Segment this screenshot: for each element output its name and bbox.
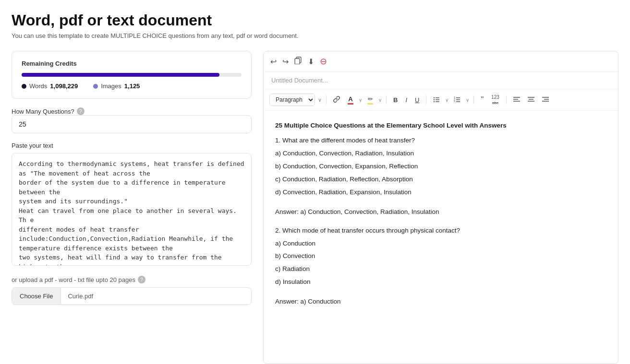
align-right-button[interactable] (540, 95, 551, 105)
svg-point-6 (434, 101, 435, 102)
ordered-list-button[interactable]: 1.2.3. (451, 94, 463, 106)
words-dot (22, 84, 26, 89)
font-color-button[interactable]: A (345, 94, 356, 106)
redo-icon[interactable]: ↪ (282, 57, 289, 66)
svg-point-4 (434, 99, 435, 100)
question-2-opt-d: d) Insulation (275, 277, 606, 288)
page-title: Word, pdf or text document (12, 12, 618, 29)
upload-label: or upload a pdf - word - txt file upto 2… (12, 276, 252, 283)
format-divider-2 (386, 95, 387, 104)
paste-text-section: Paste your text According to thermodynam… (12, 142, 252, 267)
undo-icon[interactable]: ↩ (270, 57, 277, 66)
questions-help-icon[interactable]: ? (77, 107, 85, 115)
content-title: 25 Multiple Choice Questions at the Elem… (275, 120, 606, 131)
upload-help-icon[interactable]: ? (138, 276, 145, 283)
credits-stats: Words 1,098,229 Images 1,125 (22, 82, 242, 90)
credits-title: Remaining Credits (22, 60, 242, 67)
images-label: Images (101, 82, 121, 90)
question-2-opt-b: b) Convection (275, 251, 606, 262)
align-center-button[interactable] (525, 95, 537, 105)
questions-count-input[interactable] (12, 115, 252, 133)
file-upload-row: Choose File Curie.pdf (12, 287, 252, 305)
question-2-opt-c: c) Radiation (275, 264, 606, 275)
quote-button[interactable]: " (478, 94, 486, 106)
format-divider-3 (426, 95, 426, 104)
questions-label: How Many Questions? ? (12, 107, 252, 115)
file-name-display: Curie.pdf (61, 288, 100, 305)
words-credit: Words 1,098,229 (22, 82, 78, 90)
underline-button[interactable]: U (412, 95, 422, 105)
question-1-answer: Answer: a) Conduction, Convection, Radia… (275, 207, 606, 218)
bold-button[interactable]: B (391, 95, 400, 105)
paste-textarea[interactable]: According to thermodynamic systems, heat… (12, 153, 252, 266)
question-block-2: 2. Which mode of heat transfer occurs th… (275, 225, 606, 288)
question-1-opt-d: d) Convection, Radiation, Expansion, Ins… (275, 187, 606, 198)
svg-point-2 (434, 97, 435, 98)
svg-rect-1 (295, 59, 300, 64)
download-icon[interactable]: ⬇ (308, 57, 314, 66)
question-1-opt-a: a) Conduction, Convection, Radiation, In… (275, 148, 606, 159)
question-1-opt-c: c) Conduction, Radiation, Reflection, Ab… (275, 174, 606, 185)
question-2-answer: Answer: a) Conduction (275, 296, 606, 307)
question-1-opt-b: b) Conduction, Convection, Expansion, Re… (275, 161, 606, 172)
questions-count-section: How Many Questions? ? (12, 107, 252, 133)
svg-text:3.: 3. (454, 100, 456, 103)
format-divider-4 (473, 95, 474, 104)
question-2-text: 2. Which mode of heat transfer occurs th… (275, 225, 606, 236)
link-button[interactable] (331, 94, 342, 106)
question-block-1: 1. What are the different modes of heat … (275, 135, 606, 198)
editor-panel: ↩ ↪ ⬇ ⊖ Untitled Document... Paragraph (263, 51, 618, 364)
left-panel: Remaining Credits Words 1,098,229 Images… (12, 51, 252, 364)
word-count-button[interactable]: 123abc (489, 93, 502, 106)
italic-button[interactable]: I (403, 95, 410, 105)
question-2-opt-a: a) Conduction (275, 238, 606, 249)
paste-label: Paste your text (12, 142, 252, 149)
align-left-button[interactable] (511, 95, 522, 105)
question-1-text: 1. What are the different modes of heat … (275, 135, 606, 146)
credits-progress-bar (22, 73, 242, 77)
format-divider-5 (506, 95, 507, 104)
upload-section: or upload a pdf - word - txt file upto 2… (12, 276, 252, 305)
editor-format-bar: Paragraph ∨ A ∨ ✏ ∨ (264, 89, 618, 111)
credits-card: Remaining Credits Words 1,098,229 Images… (12, 51, 252, 99)
images-value: 1,125 (124, 82, 140, 90)
choose-file-button[interactable]: Choose File (12, 288, 61, 305)
images-credit: Images 1,125 (93, 82, 140, 90)
unordered-list-button[interactable] (431, 94, 442, 106)
doc-title-bar[interactable]: Untitled Document... (264, 72, 618, 89)
editor-toolbar-top: ↩ ↪ ⬇ ⊖ (264, 51, 618, 72)
copy-icon[interactable] (294, 57, 302, 66)
highlight-button[interactable]: ✏ (365, 94, 376, 106)
format-divider-1 (326, 95, 327, 104)
minus-circle-icon[interactable]: ⊖ (320, 56, 327, 67)
words-value: 1,098,229 (50, 82, 78, 90)
paste-textarea-wrapper: According to thermodynamic systems, heat… (12, 153, 252, 267)
images-dot (93, 84, 98, 89)
page-subtitle: You can use this template to create MULT… (12, 32, 618, 39)
words-label: Words (29, 82, 47, 90)
editor-content[interactable]: 25 Multiple Choice Questions at the Elem… (264, 111, 618, 364)
paragraph-select[interactable]: Paragraph (269, 94, 315, 106)
credits-progress-fill (22, 73, 219, 77)
